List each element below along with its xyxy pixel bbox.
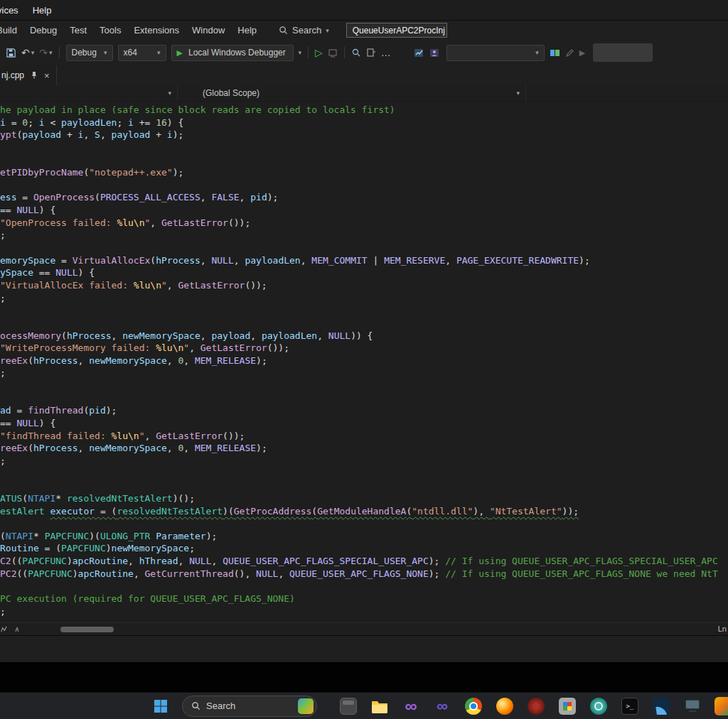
menu-item-debug[interactable]: Debug [23,22,63,38]
standard-toolbar: ↶▾ ↷▾ Debug ▾ x64 ▾ ▶ Local Windows Debu… [0,40,728,65]
code-line: == NULL) { [0,417,728,430]
taskbar-search-label: Search [206,701,235,711]
edit-icon-button[interactable] [565,48,574,58]
code-line [0,154,728,167]
code-line: ATUS(NTAPI* resolvedNtTestAlert)(); [0,492,728,505]
background-menu-item[interactable]: vices [0,5,26,16]
background-window-menubar: vices Help [0,0,728,20]
code-line [0,467,728,480]
taskbar-firefox-icon[interactable] [495,696,515,716]
toolbar-right-panel [593,43,653,62]
code-line: emorySpace = VirtualAllocEx(hProcess, NU… [0,254,728,267]
code-line [0,179,728,192]
menu-item-window[interactable]: Window [186,22,231,38]
chevron-down-icon[interactable]: ▾ [299,49,302,56]
search-highlight-image[interactable] [298,698,314,714]
code-line [0,304,728,317]
run-disabled-button[interactable]: ▶ [579,48,585,58]
taskbar: Search ∞ ∞ >_ [0,692,728,719]
vs-menu-bar: BuildDebugTestToolsExtensionsWindowHelp … [0,20,728,40]
find-in-files-button[interactable] [351,48,361,58]
undo-button[interactable]: ↶▾ [21,47,34,58]
taskbar-wireshark-icon[interactable] [651,696,671,716]
taskbar-search[interactable]: Search [182,696,317,717]
search-control[interactable]: Search ▾ [279,25,329,36]
solution-platform-dropdown[interactable]: x64 ▾ [118,45,166,61]
toolbar-separator [344,47,345,58]
taskbar-visual-studio-icon[interactable]: ∞ [401,696,421,716]
code-line [0,480,728,492]
scope-dropdown[interactable]: (Global Scope) ▾ [178,85,526,101]
horizontal-scrollbar-thumb[interactable] [60,627,114,632]
menu-item-extensions[interactable]: Extensions [127,22,186,38]
background-menu-item-help[interactable]: Help [26,5,59,16]
code-line: ypt(payload + i, S, payload + i); [0,129,728,141]
profiler-icon-button[interactable] [414,48,424,58]
code-line: PC2((PAPCFUNC)apcRoutine, GetCurrentThre… [0,568,728,580]
chevron-down-icon: ▾ [326,27,329,34]
search-input[interactable]: QueueUserAPC2ProcInj [346,23,447,38]
solution-configuration-dropdown[interactable]: Debug ▾ [66,45,113,61]
menu-items: BuildDebugTestToolsExtensionsWindowHelp [0,22,263,38]
code-line: estAlert executor = (resolvedNtTestAlert… [0,505,728,518]
taskbar-file-explorer-icon[interactable] [370,696,390,716]
chevron-down-icon[interactable]: ▾ [49,49,53,56]
configuration-value: Debug [72,48,97,58]
start-button[interactable] [151,696,171,716]
menu-item-build[interactable]: Build [0,22,23,38]
live-share-icon-button[interactable] [429,48,440,58]
toolbar-combo-empty[interactable]: ▾ [446,45,545,61]
window-bottom-strip [0,635,728,662]
menu-item-help[interactable]: Help [231,22,263,38]
project-dropdown[interactable]: ▾ [0,85,178,101]
start-without-debugging-button[interactable]: ▷ [315,47,323,58]
start-debugging-button[interactable]: ▶ Local Windows Debugger [171,45,294,61]
attach-button[interactable] [328,48,338,58]
scope-value: (Global Scope) [178,88,259,98]
taskbar-debugger-bug-icon[interactable] [526,696,546,716]
menu-item-tools[interactable]: Tools [93,22,127,38]
desktop: vices Help BuildDebugTestToolsExtensions… [0,0,728,719]
taskbar-browser-icon[interactable] [464,696,483,716]
toolbar-overflow-button[interactable]: … [381,47,391,58]
taskbar-monitor-icon[interactable] [682,696,702,716]
chevron-down-icon[interactable]: ▾ [31,49,35,56]
taskbar-vm-icon[interactable] [557,696,577,716]
redo-button[interactable]: ↷▾ [39,47,52,58]
feedback-icon-button[interactable] [550,48,560,58]
redo-icon: ↷ [39,47,48,58]
code-line: == NULL) { [0,204,728,217]
visual-studio-glyph: ∞ [405,698,417,715]
code-line: C2((PAPCFUNC)apcRoutine, hThread, NULL, … [0,555,728,568]
code-line: ; [0,455,728,467]
code-line: ocessMemory(hProcess, newMemorySpace, pa… [0,330,728,342]
visual-studio-alt-glyph: ∞ [437,698,448,714]
code-line [0,141,728,154]
debugger-label: Local Windows Debugger [188,48,286,58]
tab-label: nj.cpp [1,70,24,80]
code-line: "WriteProcessMemory failed: %lu\n", GetL… [0,342,728,355]
taskbar-visual-studio-alt-icon[interactable]: ∞ [432,696,452,716]
save-button[interactable] [6,48,16,58]
pin-icon[interactable] [31,71,38,80]
editor-navigation-bar: ▾ (Global Scope) ▾ [0,85,728,102]
taskbar-app-window-icon[interactable] [338,696,358,716]
code-editor[interactable]: he payload in place (safe since block re… [0,102,728,622]
search-icon [191,701,200,710]
platform-value: x64 [124,48,137,58]
taskbar-terminal-icon[interactable]: >_ [620,696,640,716]
code-line: ess = OpenProcess(PROCESS_ALL_ACCESS, FA… [0,191,728,204]
member-dropdown[interactable] [526,85,728,101]
code-line: he payload in place (safe since block re… [0,104,728,117]
code-line [0,242,728,254]
tab-active-document[interactable]: nj.cpp × [0,65,57,85]
navigate-button[interactable] [366,48,376,58]
search-icon [279,26,288,35]
close-icon[interactable]: × [44,70,50,81]
taskbar-partial-icon[interactable] [714,696,728,716]
taskbar-teal-app-icon[interactable] [589,696,609,716]
menu-item-test[interactable]: Test [63,22,93,38]
collapse-icon[interactable]: ∧ [11,625,23,633]
code-line: reeEx(hProcess, newMemorySpace, 0, MEM_R… [0,355,728,367]
map-mode-icon[interactable] [0,625,11,633]
